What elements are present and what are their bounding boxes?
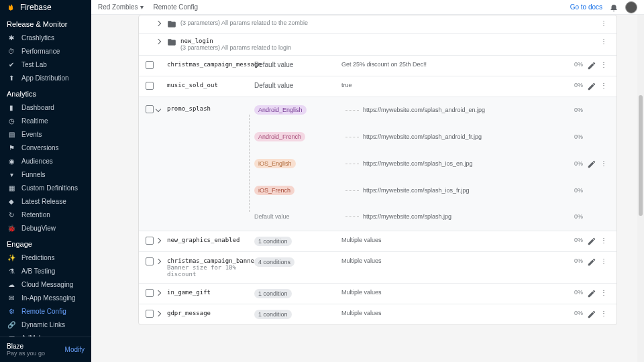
docs-link[interactable]: Go to docs [570,3,602,11]
param-value: Multiple values [341,237,556,243]
nav-events[interactable]: ▤Events [0,127,91,141]
appdist-icon: ⬆ [7,73,16,82]
nav-inappmsg[interactable]: ✉In-App Messaging [0,291,91,304]
modify-button[interactable]: Modify [65,346,85,353]
group-subtitle: (3 parameters) All params related to the… [180,19,583,26]
funnels-icon: ▾ [7,170,16,179]
condition-label: Default value [254,61,341,68]
section-release: Release & Monitor [0,15,91,31]
param-name: promo_splash [167,103,254,223]
top-header: Red Zombies ▾ Remote Config Go to docs [0,0,644,15]
row-menu[interactable]: ⋮ [600,19,610,29]
fetch-pct: 0% [556,107,583,113]
row-checkbox[interactable] [146,61,154,69]
conversions-icon: ⚑ [7,143,16,152]
fetch-pct: 0% [556,289,583,296]
row-checkbox[interactable] [146,82,154,90]
scrollbar[interactable] [637,15,644,362]
param-value: true [341,82,556,88]
default-label: Default value [254,213,290,220]
param-name: in_game_gift [167,289,254,296]
nav-debugview[interactable]: 🐞DebugView [0,221,91,235]
nav-admob[interactable]: ◧AdMob [0,331,91,337]
row-menu[interactable]: ⋮ [600,61,610,70]
cloudmsg-icon: ☁ [7,280,16,289]
param-value: Multiple values [341,310,556,316]
sidebar-nav: Release & Monitor ✱Crashlytics ⏱Performa… [0,15,91,337]
expand-toggle[interactable] [156,310,167,317]
row-checkbox[interactable] [146,257,154,265]
edit-button[interactable] [587,61,596,70]
row-menu[interactable]: ⋮ [600,160,610,169]
nav-conversions[interactable]: ⚑Conversions [0,141,91,154]
nav-retention[interactable]: ↻Retention [0,208,91,221]
row-checkbox[interactable] [146,310,154,318]
edit-button[interactable] [587,160,596,169]
param-row: new_graphics_enabled 1 condition Multipl… [139,231,616,252]
param-name: gdpr_message [167,310,254,316]
row-checkbox[interactable] [146,237,154,245]
row-menu[interactable]: ⋮ [600,257,610,267]
plan-sub: Pay as you go [7,350,45,357]
project-selector[interactable]: Red Zombies ▾ [98,3,144,11]
condition-label: Default value [254,82,341,89]
nav-funnels[interactable]: ▾Funnels [0,168,91,181]
nav-dynamiclinks[interactable]: 🔗Dynamic Links [0,318,91,331]
row-checkbox[interactable] [146,289,154,297]
param-value: https://mywebsite.com/splash_ios_en.jpg [363,160,556,167]
nav-audiences[interactable]: ◉Audiences [0,154,91,168]
expand-toggle[interactable] [156,237,167,244]
expand-toggle[interactable] [156,257,167,265]
param-name: new_graphics_enabled [167,237,254,243]
expand-toggle[interactable] [156,19,167,27]
fetch-pct: 0% [556,133,583,140]
row-menu[interactable]: ⋮ [600,82,610,91]
param-name: christmas_campaign_banner_size [167,257,254,264]
inappmsg-icon: ✉ [7,293,16,302]
nav-performance[interactable]: ⏱Performance [0,44,91,58]
row-checkbox[interactable] [146,105,154,113]
nav-realtime[interactable]: ◷Realtime [0,114,91,127]
row-menu[interactable]: ⋮ [600,289,610,298]
edit-button[interactable] [587,289,596,298]
notifications-icon[interactable] [609,3,619,12]
expand-toggle[interactable] [156,289,167,296]
condition-chip: 1 condition [254,310,292,319]
condition-line: iOS_English https://mywebsite.com/splash… [254,156,583,171]
folder-icon [167,38,176,47]
nav-customdef[interactable]: ▦Custom Definitions [0,181,91,194]
testlab-icon: ✔ [7,60,16,69]
expand-toggle[interactable] [156,38,167,45]
condition-chip: iOS_English [254,159,296,168]
nav-testlab[interactable]: ✔Test Lab [0,58,91,71]
performance-icon: ⏱ [7,46,16,56]
connector [345,137,359,137]
scrollbar-thumb[interactable] [639,95,643,216]
edit-button[interactable] [587,310,596,319]
row-menu[interactable]: ⋮ [600,237,610,246]
edit-button[interactable] [587,82,596,91]
row-menu[interactable]: ⋮ [600,310,610,319]
customdef-icon: ▦ [7,183,16,192]
collapse-toggle[interactable] [156,103,167,223]
sidebar: Firebase Release & Monitor ✱Crashlytics … [0,0,91,362]
nav-appdist[interactable]: ⬆App Distribution [0,71,91,84]
dashboard-icon: ▮ [7,103,16,112]
edit-button[interactable] [587,257,596,267]
nav-latestrelease[interactable]: ◆Latest Release [0,194,91,208]
folder-icon [167,19,176,29]
nav-remoteconfig[interactable]: ⚙Remote Config [0,304,91,318]
param-group: new_login (3 parameters) All params rela… [139,34,616,56]
condition-chip: 1 condition [254,237,292,246]
param-value: Multiple values [341,257,556,264]
nav-predictions[interactable]: ✨Predictions [0,251,91,264]
avatar[interactable] [625,1,637,13]
row-menu[interactable]: ⋮ [600,38,610,47]
nav-dashboard[interactable]: ▮Dashboard [0,101,91,114]
nav-crashlytics[interactable]: ✱Crashlytics [0,31,91,44]
nav-abtesting[interactable]: ⚗A/B Testing [0,264,91,278]
group-name: new_login [180,38,583,44]
fetch-pct: 0% [556,187,583,194]
nav-cloudmsg[interactable]: ☁Cloud Messaging [0,278,91,291]
edit-button[interactable] [587,237,596,246]
